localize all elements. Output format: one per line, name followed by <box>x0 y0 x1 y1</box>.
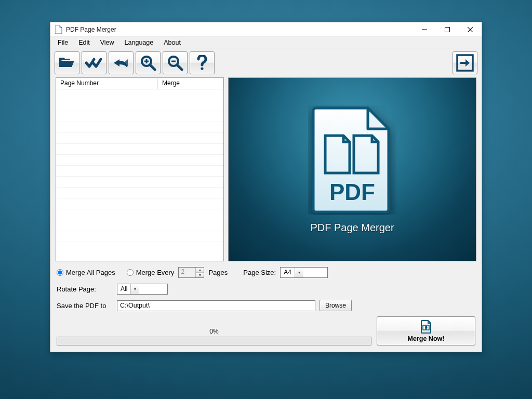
progress-bar <box>57 337 371 345</box>
rotate-page-value: All <box>117 284 130 294</box>
radio-merge-all-label: Merge All Pages <box>66 269 115 276</box>
radio-merge-all[interactable]: Merge All Pages <box>57 269 115 276</box>
select-all-button[interactable] <box>82 51 107 74</box>
app-window: PDF Page Merger File Edit View Language … <box>50 22 482 352</box>
list-row <box>56 209 223 220</box>
save-path-label: Save the PDF to <box>57 302 113 310</box>
merge-now-label: Merge Now! <box>408 335 445 342</box>
page-size-label: Page Size: <box>243 269 276 276</box>
spinner-up-icon[interactable]: ▲ <box>196 268 204 273</box>
spinner-value: 2 <box>179 268 195 277</box>
merge-every-spinner[interactable]: 2 ▲ ▼ <box>178 267 204 278</box>
list-row <box>56 177 223 188</box>
undo-icon <box>112 57 130 69</box>
page-size-value: A4 <box>281 268 295 277</box>
close-button[interactable] <box>459 22 482 36</box>
preview-pane: PDF PDF Page Merger <box>228 77 476 261</box>
options-panel: Merge All Pages Merge Every 2 ▲ ▼ Pages … <box>50 261 482 316</box>
rotate-page-label: Rotate Page: <box>57 285 113 293</box>
menu-language[interactable]: Language <box>119 38 159 47</box>
svg-rect-1 <box>445 27 450 32</box>
help-icon <box>196 55 208 71</box>
radio-merge-every-label: Merge Every <box>136 269 175 276</box>
menu-view[interactable]: View <box>95 38 119 47</box>
list-row <box>56 89 223 100</box>
window-title: PDF Page Merger <box>66 26 413 33</box>
svg-text:PDF: PDF <box>329 179 375 205</box>
list-row <box>56 198 223 209</box>
menu-file[interactable]: File <box>52 38 73 47</box>
merge-doc-icon <box>420 320 432 334</box>
open-button[interactable] <box>55 51 79 74</box>
progress-text: 0% <box>209 328 218 335</box>
export-button[interactable] <box>453 51 477 74</box>
list-row <box>56 144 223 155</box>
rotate-page-select[interactable]: All ▾ <box>117 284 168 295</box>
zoom-in-icon <box>140 55 156 71</box>
list-row <box>56 166 223 177</box>
col-page-number[interactable]: Page Number <box>56 78 158 89</box>
list-body <box>56 89 223 261</box>
zoom-out-button[interactable] <box>163 51 188 74</box>
chevron-down-icon: ▾ <box>130 284 139 294</box>
preview-app-name: PDF Page Merger <box>310 222 394 234</box>
list-row <box>56 231 223 242</box>
chevron-down-icon: ▾ <box>295 268 303 277</box>
export-icon <box>456 54 474 72</box>
list-row <box>56 111 223 122</box>
svg-line-5 <box>150 65 155 70</box>
col-merge[interactable]: Merge <box>158 78 223 89</box>
pdf-logo-icon: PDF <box>308 105 396 215</box>
list-row <box>56 188 223 198</box>
pages-suffix: Pages <box>208 269 228 276</box>
titlebar: PDF Page Merger <box>50 22 482 37</box>
radio-merge-all-input[interactable] <box>57 269 63 276</box>
menubar: File Edit View Language About <box>50 37 482 48</box>
help-button[interactable] <box>190 51 215 74</box>
menu-edit[interactable]: Edit <box>73 38 95 47</box>
minimize-button[interactable] <box>413 22 436 36</box>
spinner-down-icon[interactable]: ▼ <box>196 273 204 277</box>
select-all-icon <box>85 57 103 69</box>
bottom-area: 0% Merge Now! <box>50 316 482 352</box>
zoom-out-icon <box>167 55 183 71</box>
undo-button[interactable] <box>109 51 134 74</box>
list-row <box>56 220 223 231</box>
list-row <box>56 133 223 144</box>
open-folder-icon <box>58 56 76 70</box>
menu-about[interactable]: About <box>158 38 186 47</box>
maximize-button[interactable] <box>436 22 459 36</box>
merge-now-button[interactable]: Merge Now! <box>377 316 475 345</box>
zoom-in-button[interactable] <box>136 51 161 74</box>
svg-line-9 <box>177 65 182 70</box>
page-list[interactable]: Page Number Merge <box>56 77 224 261</box>
svg-point-11 <box>201 67 203 70</box>
page-size-select[interactable]: A4 ▾ <box>280 267 328 278</box>
list-row <box>56 155 223 166</box>
list-row <box>56 100 223 111</box>
save-path-input[interactable]: C:\Output\ <box>117 300 315 311</box>
browse-button[interactable]: Browse <box>320 300 352 311</box>
app-icon <box>55 25 63 34</box>
list-row <box>56 122 223 133</box>
radio-merge-every-input[interactable] <box>127 269 134 276</box>
list-header: Page Number Merge <box>56 78 223 89</box>
radio-merge-every[interactable]: Merge Every <box>127 269 175 276</box>
main-area: Page Number Merge <box>50 77 482 261</box>
toolbar <box>50 48 482 77</box>
